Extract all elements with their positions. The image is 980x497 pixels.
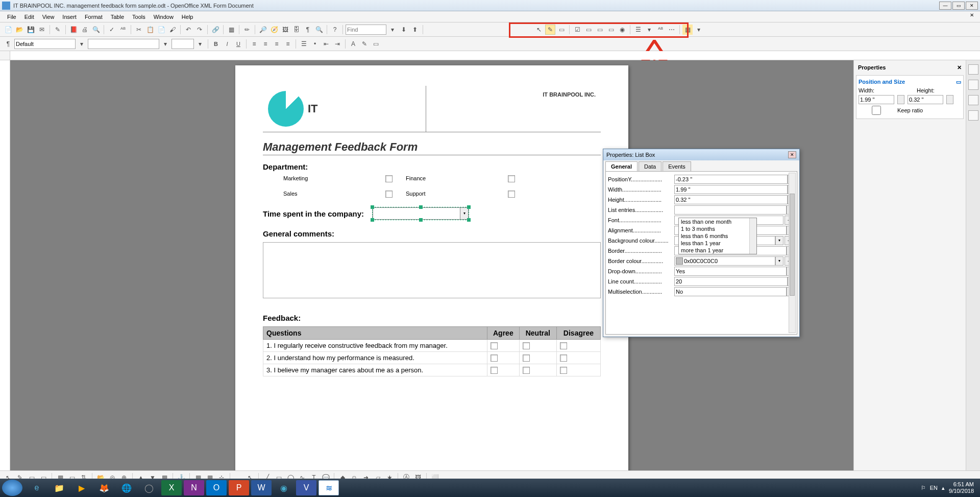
posy-input[interactable] [674,175,788,184]
dept-marketing-checkbox[interactable] [385,175,393,182]
section-expand-icon[interactable]: ▭ [956,79,961,85]
font-color-button[interactable]: A [348,39,358,49]
dept-finance-checkbox[interactable] [508,175,515,182]
numbering-button[interactable]: ☰ [299,39,309,49]
bold-button[interactable]: B [211,39,221,49]
q2-neutral-checkbox[interactable] [523,354,530,362]
nonprint-button[interactable]: ¶ [303,25,313,35]
menu-insert[interactable]: Insert [58,14,81,20]
listentries-input[interactable] [674,205,787,215]
sidebar-tab-styles[interactable] [968,80,978,90]
tray-flag-icon[interactable]: ⚐ [921,485,926,491]
dialog-close-button[interactable]: ✕ [788,151,796,158]
q3-disagree-checkbox[interactable] [560,367,567,374]
italic-button[interactable]: I [222,39,232,49]
paragraph-style-combo[interactable] [14,39,76,49]
bg-color-button[interactable]: ▭ [371,39,381,49]
tab-events[interactable]: Events [663,161,691,171]
bordercolor-dropdown-button[interactable]: ▾ [775,256,783,266]
start-button[interactable] [2,480,22,496]
pdf-export-button[interactable]: 📕 [68,25,79,35]
q1-agree-checkbox[interactable] [491,342,498,349]
taskbar-app1-icon[interactable]: ◉ [274,480,294,495]
close-button[interactable]: ✕ [966,2,978,10]
menu-table[interactable]: Table [107,14,128,20]
sidebar-tab-gallery[interactable] [968,95,978,105]
print-button[interactable]: 🖨 [80,25,90,35]
design-mode-button[interactable]: ✎ [545,25,555,35]
font-name-combo[interactable] [88,39,159,49]
bullets-button[interactable]: • [310,39,320,49]
width-prop-input[interactable] [674,185,788,194]
q3-neutral-checkbox[interactable] [523,367,530,374]
styles-button[interactable]: ¶ [3,39,13,49]
taskbar-media-icon[interactable]: ▶ [71,480,92,495]
tab-general[interactable]: General [605,161,638,171]
taskbar-word-icon[interactable]: W [251,480,272,495]
keep-ratio-checkbox[interactable] [859,106,894,115]
q2-disagree-checkbox[interactable] [560,354,567,362]
email-button[interactable]: ✉ [37,25,47,35]
width-spinner[interactable] [897,95,904,104]
form-nav-button[interactable]: ▾ [694,25,704,35]
taskbar-explorer-icon[interactable]: 📁 [49,480,69,495]
list-entries-popup[interactable]: less than one month 1 to 3 months less t… [678,218,757,254]
taskbar-firefox-icon[interactable]: 🦊 [94,480,114,495]
find-replace-button[interactable]: 🔎 [258,25,268,35]
textbox-control-button[interactable]: ▭ [583,25,594,35]
table-button[interactable]: ▦ [226,25,236,35]
open-button[interactable]: 📂 [14,25,24,35]
show-draw-button[interactable]: ✏ [242,25,252,35]
align-justify-button[interactable]: ≡ [283,39,293,49]
vertical-ruler[interactable] [0,60,10,470]
sidebar-tab-navigator[interactable] [968,110,978,121]
dept-support-checkbox[interactable] [508,191,515,198]
list-popup-scrollbar[interactable] [749,218,756,254]
list-entry-2[interactable]: less than 6 months [679,232,756,240]
indent-dec-button[interactable]: ⇤ [321,39,331,49]
menu-window[interactable]: Window [150,14,178,20]
formatted-field-button[interactable]: ▭ [595,25,605,35]
menu-edit[interactable]: Edit [20,14,38,20]
find-dropdown[interactable]: ▾ [387,25,398,35]
dialog-scrollbar[interactable] [789,173,796,333]
height-prop-input[interactable] [674,195,788,204]
label-control-button[interactable]: ᴬᴮ [655,25,666,35]
bgcolor-dropdown-button[interactable]: ▾ [775,236,783,245]
style-dropdown[interactable]: ▾ [77,39,87,49]
form-control-button[interactable]: ▭ [556,25,567,35]
minimize-button[interactable]: — [939,2,951,10]
align-left-button[interactable]: ≡ [249,39,259,49]
more-controls-button[interactable]: ⋯ [667,25,677,35]
q1-neutral-checkbox[interactable] [523,342,530,349]
doc-close-button[interactable]: ✕ [966,12,978,18]
dept-sales-checkbox[interactable] [385,191,393,198]
q1-disagree-checkbox[interactable] [560,342,567,349]
list-entry-0[interactable]: less than one month [679,218,756,225]
q3-agree-checkbox[interactable] [491,367,498,374]
datasource-button[interactable]: 🗄 [291,25,302,35]
listbox-properties-dialog[interactable]: Properties: List Box ✕ General Data Even… [603,149,800,337]
height-input[interactable] [908,95,943,104]
find-next-button[interactable]: ⬆ [410,25,420,35]
combobox-control-button[interactable]: ▾ [644,25,654,35]
spellcheck-button[interactable]: ✓ [107,25,117,35]
copy-button[interactable]: 📋 [145,25,155,35]
format-paint-button[interactable]: 🖌 [167,25,178,35]
select-tool-button[interactable]: ↖ [534,25,544,35]
pushbutton-control-button[interactable]: ▭ [606,25,616,35]
hyperlink-button[interactable]: 🔗 [210,25,220,35]
taskbar-powerpoint-icon[interactable]: P [229,480,249,495]
properties-close-icon[interactable]: ✕ [957,64,962,71]
cut-button[interactable]: ✂ [134,25,144,35]
dropdown-prop-input[interactable] [674,267,787,276]
navigator-button[interactable]: 🧭 [269,25,279,35]
taskbar-visio-icon[interactable]: V [296,480,316,495]
tray-lang[interactable]: EN [930,485,938,491]
listbox-dropdown-icon[interactable]: ▾ [460,208,468,219]
multisel-prop-input[interactable] [674,287,787,296]
underline-button[interactable]: U [233,39,243,49]
q2-agree-checkbox[interactable] [491,354,498,362]
font-size-combo[interactable] [172,39,194,49]
comments-textbox[interactable] [263,242,601,298]
